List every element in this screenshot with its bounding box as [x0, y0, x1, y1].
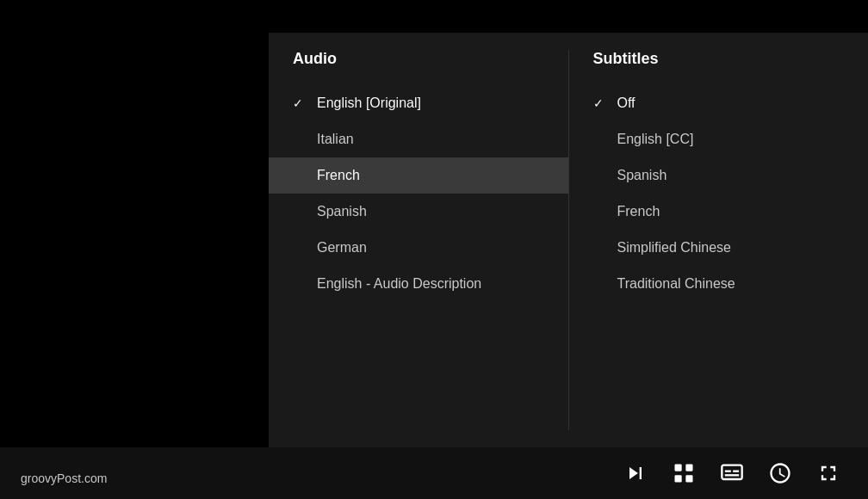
av-selection-panel: Audio ✓ English [Original] Italian Frenc… — [269, 33, 868, 447]
subtitle-item-traditional-chinese[interactable]: Traditional Chinese — [569, 266, 869, 302]
audio-label-french: French — [317, 168, 360, 183]
subtitle-label-traditional-chinese: Traditional Chinese — [617, 276, 735, 292]
episodes-icon — [672, 461, 696, 485]
svg-rect-0 — [675, 465, 682, 471]
svg-rect-2 — [675, 475, 682, 482]
audio-item-spanish[interactable]: Spanish — [269, 194, 568, 230]
fullscreen-icon — [816, 461, 840, 485]
subtitles-button[interactable] — [720, 461, 744, 485]
subtitles-column: Subtitles ✓ Off English [CC] Spanish Fre… — [569, 33, 869, 447]
skip-next-icon — [623, 461, 648, 485]
subtitle-item-english-cc[interactable]: English [CC] — [569, 121, 869, 157]
subtitle-label-spanish: Spanish — [617, 168, 667, 183]
audio-label-spanish: Spanish — [317, 204, 367, 219]
audio-column: Audio ✓ English [Original] Italian Frenc… — [269, 33, 568, 447]
subtitle-item-french[interactable]: French — [569, 194, 869, 230]
check-icon-off: ✓ — [593, 96, 611, 110]
audio-item-german[interactable]: German — [269, 230, 568, 266]
audio-label-german: German — [317, 240, 367, 256]
fullscreen-button[interactable] — [816, 461, 840, 485]
subtitles-title: Subtitles — [569, 50, 869, 85]
audio-label-english-ad: English - Audio Description — [317, 276, 481, 292]
subtitle-item-off[interactable]: ✓ Off — [569, 85, 869, 121]
subtitle-label-english-cc: English [CC] — [617, 132, 694, 147]
subtitles-icon — [720, 461, 744, 485]
subtitle-label-french: French — [617, 204, 660, 219]
audio-label-english-original: English [Original] — [317, 95, 421, 111]
audio-item-italian[interactable]: Italian — [269, 121, 568, 157]
subtitle-label-off: Off — [617, 95, 636, 111]
audio-item-english-original[interactable]: ✓ English [Original] — [269, 85, 568, 121]
subtitle-item-simplified-chinese[interactable]: Simplified Chinese — [569, 230, 869, 266]
episodes-button[interactable] — [672, 461, 696, 485]
svg-rect-4 — [722, 465, 741, 479]
svg-rect-1 — [685, 465, 692, 471]
playback-speed-button[interactable] — [768, 461, 792, 485]
subtitle-item-spanish[interactable]: Spanish — [569, 157, 869, 194]
audio-label-italian: Italian — [317, 132, 354, 147]
controls-bar — [0, 447, 868, 499]
watermark: groovyPost.com — [21, 471, 107, 485]
subtitle-label-simplified-chinese: Simplified Chinese — [617, 240, 732, 256]
skip-next-button[interactable] — [623, 461, 648, 485]
speed-icon — [768, 461, 792, 485]
audio-item-french[interactable]: French — [269, 157, 568, 194]
audio-item-english-ad[interactable]: English - Audio Description — [269, 266, 568, 302]
check-icon-english-original: ✓ — [293, 96, 310, 110]
audio-title: Audio — [269, 50, 568, 85]
watermark-text: groovyPost.com — [21, 471, 107, 485]
svg-rect-3 — [685, 475, 692, 482]
